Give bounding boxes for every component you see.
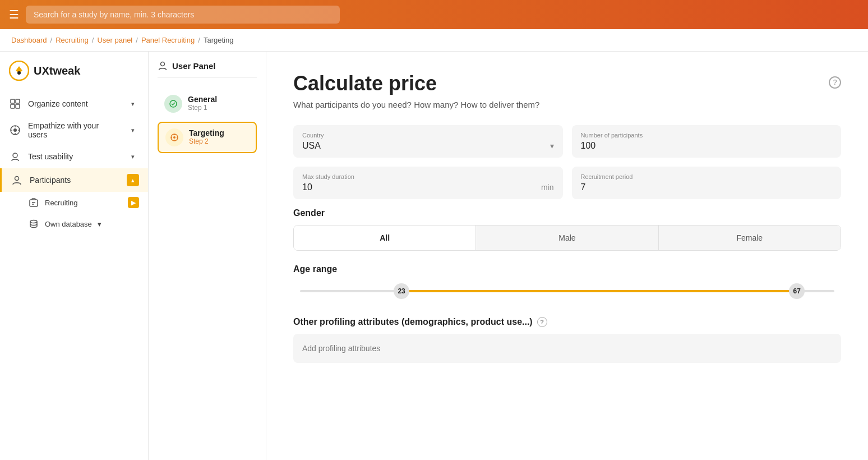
svg-rect-14 [30,200,38,206]
country-dropdown-arrow: ▾ [550,141,554,150]
steps-panel: User Panel General Step 1 [149,52,266,460]
heart-icon [9,124,21,136]
search-input[interactable] [26,6,340,24]
sidebar-item-participants[interactable]: Participants ▴ [0,168,148,192]
breadcrumb-user-panel[interactable]: User panel [97,36,132,44]
breadcrumb-recruiting[interactable]: Recruiting [56,36,89,44]
sidebar-item-empathize-label: Empathize with your users [28,121,120,139]
profiling-section: Other profiling attributes (demographics… [293,317,841,363]
svg-rect-4 [11,104,15,108]
age-max-thumb[interactable]: 67 [789,283,805,299]
organize-content-expand[interactable]: ▾ [127,98,139,110]
profiling-title-text: Other profiling attributes (demographics… [293,317,533,327]
page-title: Calculate price [293,72,437,95]
profiling-help-icon[interactable]: ? [537,317,547,327]
database-icon [28,218,39,229]
form-row-2: Max study duration 10 min Recruitment pe… [293,167,841,199]
sidebar-item-empathize[interactable]: Empathize with your users ▾ [0,116,148,145]
gender-female-button[interactable]: Female [659,226,841,250]
sidebar-sub-item-recruiting[interactable]: Recruiting ▶ [0,192,148,213]
sidebar: UXtweak Organize content ▾ [0,52,149,460]
panel-title: User Panel [158,61,257,78]
range-fill [401,290,797,292]
main-layout: UXtweak Organize content ▾ [0,52,868,460]
test-usability-expand[interactable]: ▾ [127,150,139,163]
recruitment-field[interactable]: Recruitment period 7 [572,167,842,199]
svg-point-13 [15,177,19,181]
step-targeting[interactable]: Targeting Step 2 [158,122,257,153]
age-range-title: Age range [293,264,841,274]
profiling-attributes-input[interactable] [293,334,841,363]
duration-field[interactable]: Max study duration 10 min [293,167,563,199]
duration-unit: min [541,183,554,192]
sidebar-sub-item-own-database-label: Own database [45,220,92,228]
gender-options: All Male Female [293,225,841,251]
svg-point-18 [161,62,165,66]
form-row-1: Country USA ▾ Number of participants 100 [293,125,841,158]
country-label: Country [302,132,554,139]
breadcrumb-panel-recruiting[interactable]: Panel Recruiting [141,36,195,44]
svg-point-7 [13,128,17,132]
step-general[interactable]: General Step 1 [158,89,257,118]
duration-label: Max study duration [302,173,554,180]
logo-area: UXtweak [0,61,148,92]
participants-field[interactable]: Number of participants 100 [572,125,842,158]
step-targeting-icon [165,128,183,146]
sidebar-item-test-usability-label: Test usability [28,152,73,161]
main-content: Calculate price ? What participants do y… [266,52,868,460]
step-general-name: General [188,95,250,104]
svg-rect-2 [11,99,15,103]
sidebar-item-participants-label: Participants [30,176,71,185]
person-icon [11,174,23,186]
empathize-expand[interactable]: ▾ [127,124,139,136]
recruitment-label: Recruitment period [581,173,833,180]
recruitment-value: 7 [581,182,586,192]
gender-section: Gender All Male Female [293,208,841,251]
breadcrumb: Dashboard / Recruiting / User panel / Pa… [0,29,868,52]
svg-rect-5 [16,104,20,108]
range-track: 23 67 [300,290,834,292]
svg-point-12 [13,153,17,158]
step-targeting-label: Step 2 [189,137,249,145]
grid-icon [9,98,21,110]
step-general-label: Step 1 [188,104,250,112]
step-general-icon [164,95,182,113]
age-min-value: 23 [398,287,405,295]
gender-title: Gender [293,208,841,218]
app-name: UXtweak [34,65,80,77]
help-icon[interactable]: ? [829,76,841,89]
hamburger-icon[interactable]: ☰ [9,8,19,21]
gender-male-button[interactable]: Male [476,226,658,250]
svg-rect-3 [16,99,20,103]
gender-all-button[interactable]: All [294,226,476,250]
age-range-section: Age range 23 67 [293,264,841,301]
svg-point-1 [17,71,21,75]
page-subtitle: What participants do you need? How many?… [293,100,841,109]
profiling-title: Other profiling attributes (demographics… [293,317,841,327]
svg-point-17 [30,220,37,223]
sidebar-item-organize-content-label: Organize content [28,99,88,108]
participants-label: Number of participants [581,132,833,139]
recruiting-expand[interactable]: ▶ [128,197,139,208]
age-min-thumb[interactable]: 23 [394,283,409,299]
user-panel-icon [158,61,168,71]
country-value: USA [302,141,321,151]
breadcrumb-dashboard[interactable]: Dashboard [11,36,47,44]
participants-value: 100 [581,141,596,150]
country-field[interactable]: Country USA ▾ [293,125,563,158]
sidebar-item-organize-content[interactable]: Organize content ▾ [0,92,148,116]
sidebar-sub-item-recruiting-label: Recruiting [45,199,78,207]
uxtweak-logo-icon [9,61,29,81]
sidebar-item-test-usability[interactable]: Test usability ▾ [0,145,148,168]
own-database-expand[interactable]: ▾ [98,220,101,228]
age-range-slider[interactable]: 23 67 [293,281,841,301]
svg-point-21 [173,136,176,139]
breadcrumb-targeting: Targeting [204,36,233,44]
recruiting-icon [28,197,39,208]
step-targeting-name: Targeting [189,128,249,137]
top-navigation: ☰ [0,0,868,29]
age-max-value: 67 [793,287,801,295]
participants-expand[interactable]: ▴ [127,174,139,186]
usability-icon [9,150,21,163]
sidebar-sub-item-own-database[interactable]: Own database ▾ [0,213,148,234]
